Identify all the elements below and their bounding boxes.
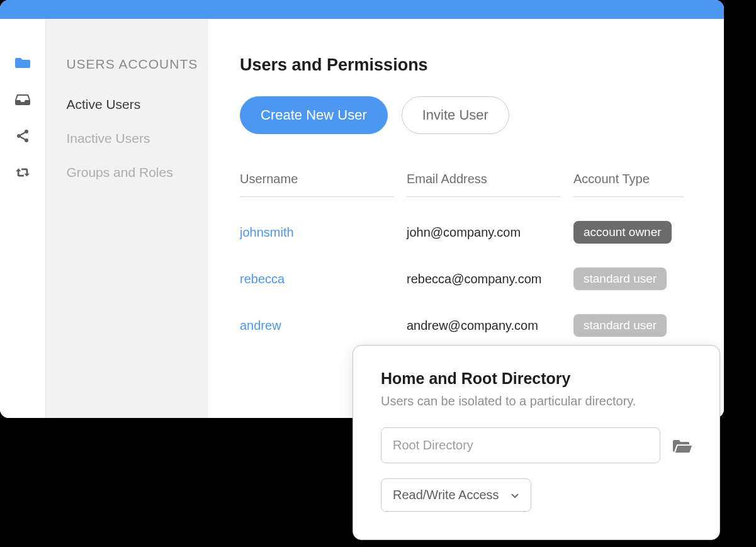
- svg-point-0: [17, 134, 21, 138]
- username-link[interactable]: andrew: [240, 319, 281, 333]
- email-cell: andrew@company.com: [407, 290, 573, 337]
- col-type: Account Type: [573, 172, 684, 197]
- col-email: Email Address: [407, 172, 561, 197]
- share-icon[interactable]: [15, 128, 30, 144]
- button-row: Create New User Invite User: [240, 96, 696, 134]
- sidebar-item-active-users[interactable]: Active Users: [66, 97, 208, 112]
- root-directory-row: [381, 427, 692, 463]
- invite-user-button[interactable]: Invite User: [402, 96, 509, 134]
- folder-open-icon: [673, 438, 692, 453]
- folder-icon[interactable]: [15, 55, 30, 70]
- svg-point-2: [25, 138, 28, 142]
- directory-panel: Home and Root Directory Users can be iso…: [353, 345, 720, 540]
- sidebar-item-inactive-users[interactable]: Inactive Users: [66, 131, 208, 146]
- account-type-badge: account owner: [573, 221, 672, 244]
- root-directory-input[interactable]: [381, 427, 660, 463]
- email-cell: john@company.com: [407, 197, 573, 244]
- type-cell: account owner: [573, 197, 696, 244]
- username-link[interactable]: rebecca: [240, 272, 285, 286]
- sidebar-item-groups-roles[interactable]: Groups and Roles: [66, 165, 208, 180]
- type-cell: standard user: [573, 244, 696, 290]
- window-titlebar: [0, 0, 724, 19]
- create-new-user-button[interactable]: Create New User: [240, 96, 388, 134]
- panel-subtitle: Users can be isolated to a particular di…: [381, 394, 692, 409]
- account-type-badge: standard user: [573, 314, 667, 337]
- username-link[interactable]: johnsmith: [240, 225, 294, 240]
- sidebar-item-label: Active Users: [66, 97, 140, 111]
- table-row: rebecca: [240, 244, 407, 290]
- browse-folder-button[interactable]: [673, 438, 692, 453]
- col-username: Username: [240, 172, 394, 197]
- inbox-icon[interactable]: [15, 92, 30, 107]
- page-title: Users and Permissions: [240, 55, 696, 75]
- access-selected-label: Read/Write Access: [393, 488, 499, 502]
- email-cell: rebecca@company.com: [407, 244, 573, 290]
- access-select[interactable]: Read/Write Access: [381, 478, 531, 512]
- type-cell: standard user: [573, 290, 696, 337]
- table-row: andrew: [240, 290, 407, 337]
- icon-rail: [0, 19, 46, 418]
- table-row: johnsmith: [240, 197, 407, 244]
- panel-title: Home and Root Directory: [381, 369, 692, 388]
- sidebar-title: USERS ACCOUNTS: [66, 57, 208, 72]
- account-type-badge: standard user: [573, 268, 667, 290]
- chevron-down-icon: [511, 491, 519, 500]
- sidebar-item-label: Inactive Users: [66, 131, 150, 145]
- users-table: Username Email Address Account Type john…: [240, 172, 696, 337]
- svg-point-1: [25, 130, 28, 133]
- retweet-icon[interactable]: [15, 165, 30, 180]
- sidebar: USERS ACCOUNTS Active Users Inactive Use…: [46, 19, 208, 418]
- sidebar-item-label: Groups and Roles: [66, 165, 172, 179]
